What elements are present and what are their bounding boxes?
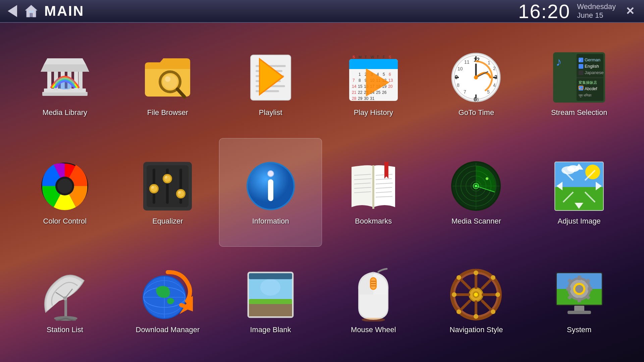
svg-point-125 bbox=[178, 191, 181, 194]
svg-point-123 bbox=[151, 186, 154, 189]
play-history-label: Play History bbox=[354, 108, 393, 117]
app-station-list[interactable]: Station List bbox=[13, 247, 116, 355]
svg-point-216 bbox=[491, 309, 495, 314]
clock-display: 16:20 bbox=[518, 0, 570, 22]
back-button[interactable] bbox=[5, 4, 20, 18]
header-left: MAIN bbox=[0, 3, 84, 19]
svg-point-122 bbox=[177, 190, 184, 197]
svg-text:✓: ✓ bbox=[579, 59, 581, 62]
color-control-label: Color Control bbox=[43, 217, 87, 226]
svg-text:9: 9 bbox=[455, 74, 458, 80]
app-mouse-wheel[interactable]: Mouse Wheel bbox=[322, 247, 425, 355]
information-icon bbox=[244, 159, 298, 213]
information-label: Information bbox=[252, 217, 289, 226]
svg-point-91 bbox=[474, 75, 478, 79]
bookmarks-label: Bookmarks bbox=[355, 217, 392, 226]
svg-marker-12 bbox=[41, 64, 89, 72]
home-icon[interactable] bbox=[23, 3, 39, 19]
svg-text:10: 10 bbox=[458, 66, 463, 71]
svg-text:2: 2 bbox=[493, 66, 496, 71]
app-color-control[interactable]: Color Control bbox=[13, 138, 116, 247]
svg-point-214 bbox=[495, 292, 500, 297]
svg-point-154 bbox=[475, 185, 477, 187]
svg-text:25: 25 bbox=[376, 90, 381, 95]
svg-point-211 bbox=[474, 270, 478, 275]
svg-text:T: T bbox=[365, 55, 367, 59]
svg-text:Japanese: Japanese bbox=[585, 70, 603, 75]
mouse-wheel-label: Mouse Wheel bbox=[351, 325, 396, 334]
app-information[interactable]: Information bbox=[219, 138, 322, 247]
svg-text:6: 6 bbox=[389, 72, 391, 77]
svg-rect-1 bbox=[30, 13, 32, 17]
svg-rect-31 bbox=[349, 65, 398, 69]
home-svg bbox=[24, 4, 39, 18]
svg-text:31: 31 bbox=[370, 96, 375, 101]
app-file-browser[interactable]: File Browser bbox=[116, 29, 219, 138]
svg-text:जुम धनिज्ञा: जुम धनिज्ञा bbox=[578, 94, 592, 98]
system-label: System bbox=[567, 325, 591, 334]
svg-rect-100 bbox=[579, 70, 583, 75]
app-bookmarks[interactable]: Bookmarks bbox=[322, 138, 425, 247]
svg-point-220 bbox=[474, 293, 478, 297]
svg-rect-132 bbox=[372, 165, 374, 209]
svg-point-16 bbox=[163, 74, 177, 89]
svg-point-131 bbox=[267, 170, 274, 177]
app-play-history[interactable]: S M T W T F S 1 2 3 4 5 6 7 8 9 10 11 bbox=[322, 29, 425, 138]
svg-text:T: T bbox=[377, 55, 379, 59]
svg-text:30: 30 bbox=[364, 96, 369, 101]
svg-point-124 bbox=[165, 176, 167, 179]
svg-text:21: 21 bbox=[352, 90, 357, 95]
navigation-style-label: Navigation Style bbox=[450, 325, 503, 334]
svg-text:Abcdef: Abcdef bbox=[585, 86, 597, 91]
svg-rect-226 bbox=[568, 311, 591, 314]
app-goto-time[interactable]: 12 3 6 9 1 2 4 5 6 7 8 10 11 bbox=[425, 29, 528, 138]
goto-time-icon: 12 3 6 9 1 2 4 5 6 7 8 10 11 bbox=[449, 51, 503, 104]
svg-point-213 bbox=[452, 292, 457, 297]
svg-point-156 bbox=[486, 177, 488, 180]
close-button[interactable]: ✕ bbox=[623, 4, 637, 18]
app-download-manager[interactable]: Download Manager bbox=[116, 247, 219, 355]
svg-point-218 bbox=[457, 309, 461, 314]
svg-rect-97 bbox=[579, 64, 583, 69]
media-scanner-icon bbox=[449, 159, 503, 213]
day-label: Wednesday bbox=[577, 2, 616, 11]
svg-text:S: S bbox=[353, 55, 355, 59]
svg-text:7: 7 bbox=[353, 78, 355, 83]
app-system[interactable]: System bbox=[528, 247, 631, 355]
svg-text:8: 8 bbox=[359, 78, 361, 83]
svg-text:5: 5 bbox=[383, 72, 385, 77]
app-media-scanner[interactable]: Media Scanner bbox=[425, 138, 528, 247]
svg-rect-233 bbox=[566, 287, 571, 291]
mouse-wheel-icon bbox=[346, 268, 400, 321]
svg-point-217 bbox=[491, 275, 495, 280]
app-equalizer[interactable]: Equalizer bbox=[116, 138, 219, 247]
playlist-label: Playlist bbox=[259, 108, 282, 117]
svg-text:1: 1 bbox=[488, 60, 490, 65]
svg-text:20: 20 bbox=[388, 84, 393, 89]
svg-point-18 bbox=[165, 76, 170, 82]
color-control-icon bbox=[38, 159, 92, 213]
app-playlist[interactable]: Playlist bbox=[219, 29, 322, 138]
app-media-library[interactable]: Media Library bbox=[13, 29, 116, 138]
app-image-blank[interactable]: Image Blank bbox=[219, 247, 322, 355]
svg-rect-232 bbox=[578, 298, 581, 302]
app-navigation-style[interactable]: Navigation Style bbox=[425, 247, 528, 355]
app-stream-selection[interactable]: ♪ German ✓ English Japanese 変集操纵店 ✓ Abcd… bbox=[528, 29, 631, 138]
image-blank-icon bbox=[244, 268, 298, 321]
svg-text:6: 6 bbox=[476, 97, 479, 102]
file-browser-icon bbox=[141, 51, 195, 104]
svg-point-212 bbox=[474, 314, 478, 319]
play-history-icon: S M T W T F S 1 2 3 4 5 6 7 8 9 10 11 bbox=[346, 51, 400, 104]
svg-text:8: 8 bbox=[457, 82, 460, 88]
svg-text:5: 5 bbox=[487, 89, 490, 95]
svg-text:M: M bbox=[359, 55, 362, 59]
header-bar: MAIN 16:20 Wednesday June 15 ✕ bbox=[0, 0, 644, 23]
svg-rect-2 bbox=[29, 11, 31, 12]
svg-point-230 bbox=[575, 285, 583, 293]
svg-rect-115 bbox=[166, 169, 169, 204]
app-adjust-image[interactable]: Adjust Image bbox=[528, 138, 631, 247]
svg-point-190 bbox=[260, 279, 280, 296]
playlist-icon bbox=[244, 51, 298, 104]
svg-text:W: W bbox=[371, 55, 374, 59]
svg-rect-116 bbox=[179, 169, 182, 204]
